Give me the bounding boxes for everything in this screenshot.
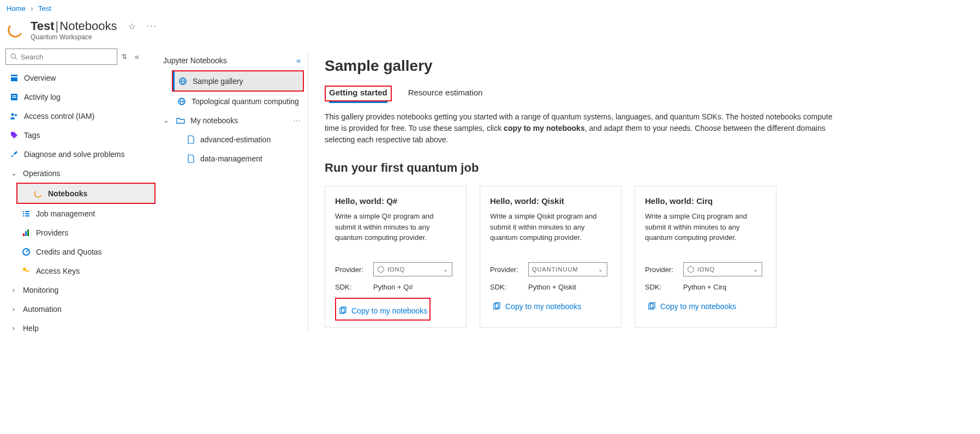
card-title: Hello, world: Q# (335, 196, 456, 206)
tree-item-label: Sample gallery (193, 77, 243, 86)
sidebar-item-tags[interactable]: Tags (5, 125, 156, 144)
sidebar-item-credits[interactable]: Credits and Quotas (5, 242, 156, 261)
sidebar-item-notebooks[interactable]: Notebooks (17, 184, 154, 203)
notebook-tree: Jupyter Notebooks « Sample gallery Topol… (156, 46, 308, 339)
search-input[interactable] (21, 53, 112, 61)
sidebar-item-overview[interactable]: Overview (5, 68, 156, 87)
provider-label: Provider: (490, 266, 528, 274)
favorite-icon[interactable]: ☆ (128, 21, 136, 32)
copy-to-my-notebooks-button[interactable]: Copy to my notebooks (336, 302, 429, 320)
sidebar-item-label: Tags (24, 131, 40, 140)
content-title: Sample gallery (325, 57, 964, 75)
sdk-value: Python + Q# (373, 283, 413, 291)
cards: Hello, world: Q# Write a simple Q# progr… (325, 186, 964, 328)
sidebar-group-automation[interactable]: › Automation (5, 299, 156, 318)
provider-dropdown[interactable]: IONQ ⌄ (683, 262, 762, 276)
tab-resource-estimation[interactable]: Resource estimation (408, 86, 483, 101)
folder-icon (176, 116, 185, 125)
ionq-icon (687, 266, 695, 273)
tag-icon (10, 131, 19, 140)
sidebar-item-label: Help (23, 324, 39, 333)
tree-item-topological[interactable]: Topological quantum computing (156, 92, 308, 111)
chevron-down-icon: ⌄ (753, 266, 758, 273)
section-heading: Run your first quantum job (325, 161, 964, 175)
sidebar-item-diagnose[interactable]: Diagnose and solve problems (5, 144, 156, 164)
svg-rect-7 (23, 233, 25, 236)
sidebar-item-access-keys[interactable]: Access Keys (5, 261, 156, 280)
card-title: Hello, world: Cirq (645, 196, 766, 206)
workspace-icon (7, 21, 24, 39)
svg-rect-8 (25, 231, 27, 236)
svg-marker-24 (688, 266, 694, 273)
sidebar-item-label: Notebooks (48, 189, 87, 198)
tabs: Getting started Resource estimation (325, 86, 964, 101)
sidebar-item-label: Providers (36, 228, 68, 237)
sidebar-item-label: Monitoring (23, 286, 58, 294)
sidebar-item-providers[interactable]: Providers (5, 223, 156, 242)
sidebar-item-label: Credits and Quotas (36, 248, 102, 256)
provider-dropdown[interactable]: IONQ ⌄ (373, 262, 452, 276)
chevron-down-icon: ⌄ (598, 266, 603, 273)
people-icon (10, 112, 19, 120)
sidebar-group-monitoring[interactable]: › Monitoring (5, 280, 156, 299)
copy-icon (492, 302, 501, 311)
tab-getting-started[interactable]: Getting started (329, 86, 387, 103)
sidebar-item-activity-log[interactable]: Activity log (5, 87, 156, 106)
chevron-down-icon: ⌄ (443, 266, 449, 273)
chevron-right-icon: › (10, 286, 17, 294)
svg-point-5 (11, 113, 14, 116)
chevron-right-icon: › (10, 324, 17, 332)
tree-file-data-management[interactable]: data-management (156, 149, 308, 168)
svg-rect-3 (12, 95, 16, 97)
sidebar-group-help[interactable]: › Help (5, 318, 156, 337)
tree-item-label: advanced-estimation (200, 135, 271, 144)
gallery-description: This gallery provides notebooks getting … (325, 111, 848, 146)
content: Sample gallery Getting started Resource … (308, 46, 980, 339)
breadcrumb-test[interactable]: Test (38, 4, 51, 13)
tree-file-advanced-estimation[interactable]: advanced-estimation (156, 130, 308, 149)
breadcrumb-home[interactable]: Home (7, 4, 26, 13)
sidebar-item-label: Access Keys (36, 267, 80, 275)
chevron-down-icon: ⌄ (163, 116, 171, 124)
globe-icon (177, 97, 186, 106)
sort-toggle-icon[interactable]: ⇅ (122, 53, 127, 61)
search-icon (10, 53, 17, 61)
page-header: Test | Notebooks ☆ ··· Quantum Workspace (0, 17, 980, 46)
sdk-label: SDK: (490, 283, 528, 291)
more-menu-icon[interactable]: ··· (147, 21, 157, 31)
collapse-sidebar-icon[interactable]: « (135, 52, 139, 61)
sidebar-item-job-management[interactable]: Job management (5, 204, 156, 223)
collapse-tree-icon[interactable]: « (296, 56, 301, 65)
svg-rect-12 (26, 270, 29, 272)
card-hello-cirq: Hello, world: Cirq Write a simple Cirq p… (635, 186, 776, 328)
file-icon (187, 154, 195, 163)
wrench-icon (10, 150, 19, 159)
breadcrumb: Home › Test (0, 0, 980, 17)
sidebar-group-operations[interactable]: ⌄ Operations (5, 164, 156, 183)
overview-icon (10, 74, 19, 82)
provider-label: Provider: (335, 266, 373, 274)
sdk-value: Python + Qiskit (528, 283, 576, 291)
tree-folder-my-notebooks[interactable]: ⌄ My notebooks ··· (156, 111, 308, 130)
provider-dropdown[interactable]: QUANTINUUM ⌄ (528, 262, 607, 276)
log-icon (10, 93, 19, 101)
provider-label: Provider: (645, 266, 683, 274)
sidebar-item-label: Automation (23, 305, 62, 314)
page-title: Test | Notebooks (31, 19, 117, 33)
card-hello-qsharp: Hello, world: Q# Write a simple Q# progr… (325, 186, 467, 328)
chart-icon (22, 228, 31, 237)
breadcrumb-sep: › (31, 4, 33, 13)
sidebar-item-access-control[interactable]: Access control (IAM) (5, 106, 156, 125)
chevron-right-icon: › (10, 305, 17, 313)
svg-line-1 (15, 58, 17, 60)
tree-item-sample-gallery[interactable]: Sample gallery (173, 71, 303, 91)
card-hello-qiskit: Hello, world: Qiskit Write a simple Qisk… (480, 186, 622, 328)
sidebar: ⇅ « Overview Activity log Access control… (0, 46, 156, 339)
copy-to-my-notebooks-button[interactable]: Copy to my notebooks (490, 298, 611, 315)
tree-item-label: data-management (200, 154, 262, 163)
chevron-down-icon: ⌄ (10, 169, 17, 177)
copy-to-my-notebooks-button[interactable]: Copy to my notebooks (645, 298, 766, 315)
sidebar-item-label: Overview (24, 74, 56, 82)
folder-more-icon[interactable]: ··· (293, 116, 301, 124)
search-input-wrap[interactable] (5, 49, 117, 65)
